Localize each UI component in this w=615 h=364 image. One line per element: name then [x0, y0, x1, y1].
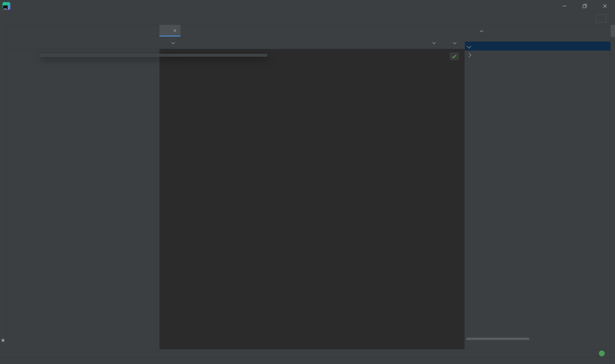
tree-row-project[interactable] — [465, 41, 611, 51]
plug-icon — [444, 40, 449, 46]
chevron-down-icon[interactable] — [480, 28, 483, 32]
check-icon — [451, 53, 457, 59]
editor-body[interactable] — [159, 49, 465, 349]
scratches-icon — [474, 52, 480, 58]
logo-text — [3, 5, 8, 9]
problems-icon — [45, 351, 50, 356]
files-panel-header — [465, 25, 611, 37]
bottom-tool-window-bar — [0, 349, 615, 357]
left-tool-window-stripe: ★ — [0, 25, 6, 349]
minimize-icon — [562, 3, 567, 9]
navigation-bar — [0, 12, 615, 25]
add-configuration-button[interactable] — [596, 14, 606, 23]
right-tool-window-stripe — [610, 25, 615, 349]
context-menu — [41, 54, 170, 57]
schema-icon — [423, 40, 429, 46]
editor-tab-bar: × — [159, 25, 465, 37]
schema-selector[interactable] — [423, 40, 435, 46]
files-stripe-icon — [610, 26, 615, 32]
event-count-badge — [599, 351, 605, 356]
todo-list-icon — [26, 351, 31, 356]
editor-area: × — [159, 25, 465, 349]
stripe-structure[interactable] — [611, 333, 615, 341]
database-panel — [6, 25, 159, 349]
run-toolbar — [596, 14, 612, 23]
close-tab-icon[interactable]: × — [173, 28, 177, 34]
stripe-favorites[interactable]: ★ — [0, 335, 6, 344]
database-stripe-icon — [0, 28, 6, 33]
stripe-database[interactable] — [0, 26, 6, 33]
new-submenu — [169, 54, 267, 57]
mysql-icon — [162, 28, 168, 34]
star-icon: ★ — [0, 337, 5, 344]
app-window: ★ × — [0, 0, 615, 364]
console-selector[interactable] — [444, 40, 456, 46]
restore-button[interactable] — [575, 0, 595, 12]
chevron-right-icon[interactable] — [467, 53, 471, 57]
lock-icon[interactable] — [606, 358, 612, 363]
close-button[interactable] — [595, 0, 615, 12]
close-icon — [602, 3, 608, 9]
event-log-button[interactable] — [599, 351, 607, 356]
restore-icon — [582, 3, 587, 9]
window-controls — [555, 0, 615, 12]
structure-stripe-icon — [610, 333, 615, 338]
tool-window-layout-icon[interactable] — [5, 358, 10, 363]
database-toolbar — [6, 37, 159, 49]
problems-button[interactable] — [45, 351, 52, 356]
title-bar — [0, 0, 615, 12]
files-panel — [465, 25, 611, 349]
chevron-down-icon — [171, 41, 175, 44]
chevron-down-icon — [432, 41, 436, 44]
files-tree — [465, 37, 611, 60]
tx-mode-selector[interactable] — [170, 42, 174, 44]
chevron-down-icon — [453, 41, 457, 44]
stripe-files[interactable] — [611, 25, 615, 37]
datagrip-logo-icon — [2, 2, 10, 10]
minimize-button[interactable] — [555, 0, 575, 12]
tab-console[interactable]: × — [159, 25, 181, 37]
chevron-down-icon[interactable] — [467, 44, 471, 48]
files-panel-icon — [468, 28, 475, 34]
horizontal-scrollbar[interactable] — [466, 338, 530, 340]
inspection-status-widget[interactable] — [449, 52, 459, 60]
database-panel-header — [6, 25, 159, 37]
todo-button[interactable] — [26, 351, 33, 356]
folder-icon — [474, 43, 480, 49]
status-bar — [0, 357, 615, 364]
console-toolbar — [159, 37, 465, 49]
tree-row-scratches[interactable] — [465, 51, 611, 60]
